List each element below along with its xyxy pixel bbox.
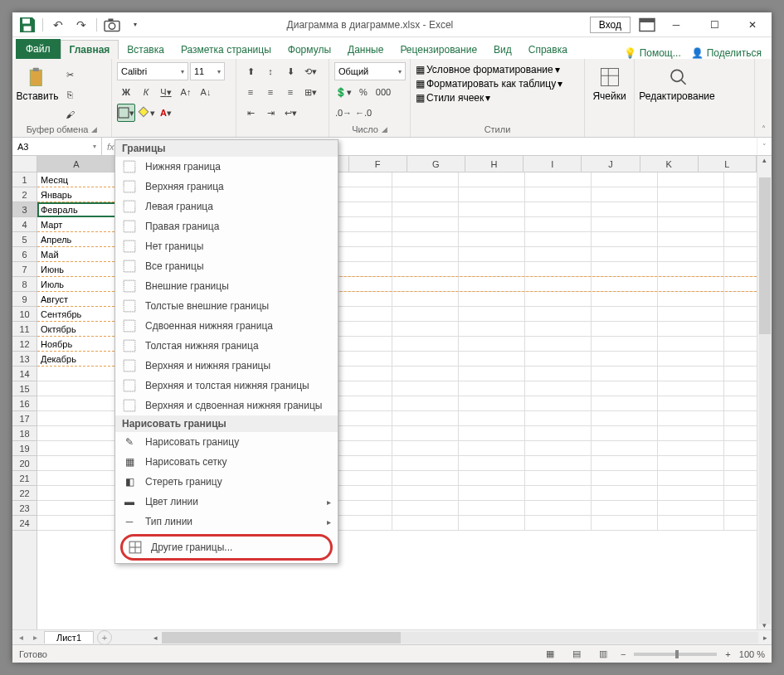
borders-menu-item[interactable]: ✎Нарисовать границу (115, 432, 338, 452)
cell[interactable] (525, 262, 592, 277)
column-header[interactable]: F (349, 156, 407, 172)
cell[interactable] (658, 411, 724, 426)
font-color-button[interactable]: A▾ (157, 104, 175, 122)
cell[interactable] (525, 426, 592, 441)
cell[interactable] (658, 172, 724, 187)
cell[interactable] (658, 202, 724, 217)
cell[interactable]: Сентябрь (37, 307, 127, 322)
cell[interactable] (459, 277, 525, 292)
row-header[interactable]: 19 (12, 441, 37, 456)
tab-insert[interactable]: Вставка (119, 41, 173, 59)
cell[interactable] (525, 516, 592, 531)
cell[interactable] (37, 411, 127, 426)
cell[interactable] (658, 381, 724, 396)
copy-icon[interactable]: ⎘ (61, 85, 79, 104)
borders-menu-item[interactable]: Верхняя и толстая нижняя границы (115, 376, 338, 396)
column-header[interactable]: K (640, 156, 699, 172)
align-center-icon[interactable]: ≡ (261, 83, 280, 101)
borders-menu-item[interactable]: Толстая нижняя граница (115, 336, 338, 356)
row-header[interactable]: 13 (12, 352, 37, 367)
cell[interactable] (459, 262, 525, 277)
row-header[interactable]: 2 (12, 187, 37, 202)
bold-button[interactable]: Ж (117, 83, 135, 101)
paste-button[interactable]: Вставить (17, 62, 57, 102)
decrease-decimal-icon[interactable]: ←.0 (354, 104, 373, 122)
borders-menu-item[interactable]: Верхняя и нижняя границы (115, 356, 338, 376)
cell[interactable] (592, 367, 658, 381)
align-top-icon[interactable]: ⬆ (241, 62, 260, 80)
collapse-ribbon-icon[interactable]: ˄ (755, 59, 772, 137)
normal-view-icon[interactable]: ▦ (541, 647, 559, 662)
row-header[interactable]: 9 (12, 292, 37, 307)
cell[interactable]: Ноябрь (37, 337, 127, 352)
cell[interactable] (658, 337, 724, 352)
cell[interactable] (592, 262, 658, 277)
shrink-font-icon[interactable]: A↓ (197, 83, 215, 101)
borders-menu-item[interactable]: ◧Стереть границу (115, 472, 338, 492)
qat-customize-icon[interactable]: ▾ (125, 15, 145, 35)
tab-review[interactable]: Рецензирование (392, 41, 485, 59)
cell[interactable]: Июль (37, 277, 127, 292)
cell[interactable] (459, 381, 525, 396)
row-header[interactable]: 4 (12, 217, 37, 232)
cell[interactable] (459, 456, 525, 471)
page-layout-view-icon[interactable]: ▤ (567, 647, 586, 662)
row-header[interactable]: 12 (12, 337, 37, 352)
cell[interactable] (392, 381, 459, 396)
align-left-icon[interactable]: ≡ (241, 83, 260, 101)
select-all-corner[interactable] (12, 156, 37, 172)
row-header[interactable]: 5 (12, 232, 37, 247)
cell[interactable] (392, 247, 459, 262)
cell[interactable] (459, 486, 525, 501)
cell[interactable] (592, 411, 658, 426)
name-box[interactable]: A3▾ (12, 138, 102, 155)
cell[interactable] (525, 456, 592, 471)
cell[interactable] (658, 367, 724, 381)
tell-me[interactable]: 💡 Помощ... (624, 47, 681, 59)
cell[interactable] (459, 292, 525, 307)
camera-icon[interactable] (102, 15, 122, 35)
cell[interactable] (658, 486, 724, 501)
cell[interactable] (525, 217, 592, 232)
cell[interactable] (592, 501, 658, 516)
merge-icon[interactable]: ⊞▾ (301, 83, 319, 101)
cell[interactable] (658, 396, 724, 411)
number-format-combo[interactable]: Общий▾ (334, 62, 406, 80)
tab-view[interactable]: Вид (485, 41, 520, 59)
increase-decimal-icon[interactable]: .0→ (334, 104, 353, 122)
cell[interactable] (392, 292, 459, 307)
cell[interactable] (525, 501, 592, 516)
borders-menu-item[interactable]: ▬Цвет линии (115, 492, 338, 512)
cell[interactable] (459, 352, 525, 367)
conditional-formatting-button[interactable]: ▦ Условное форматирование ▾ (416, 64, 560, 75)
horizontal-scrollbar[interactable]: ◂▸ (149, 630, 772, 644)
cell[interactable] (525, 187, 592, 202)
cell[interactable] (592, 441, 658, 456)
borders-menu-item[interactable]: Внешние границы (115, 276, 338, 296)
vertical-scrollbar[interactable]: ▴▾ (757, 156, 772, 629)
close-button[interactable]: ✕ (733, 12, 772, 37)
format-as-table-button[interactable]: ▦ Форматировать как таблицу ▾ (416, 78, 562, 90)
grow-font-icon[interactable]: A↑ (177, 83, 195, 101)
cell[interactable] (658, 232, 724, 247)
cell[interactable] (459, 232, 525, 247)
cut-icon[interactable]: ✂ (61, 66, 79, 84)
zoom-in-icon[interactable]: + (725, 649, 730, 659)
cell[interactable] (592, 292, 658, 307)
cell[interactable] (459, 322, 525, 337)
more-borders-item[interactable]: Другие границы... (123, 537, 330, 558)
borders-menu-item[interactable]: Правая граница (115, 216, 338, 236)
cell[interactable] (658, 501, 724, 516)
cell[interactable] (525, 172, 592, 187)
cell[interactable] (37, 456, 127, 471)
cell[interactable] (392, 337, 459, 352)
cell[interactable]: Апрель (37, 232, 127, 247)
cell[interactable] (459, 247, 525, 262)
cell[interactable]: Месяц (37, 172, 127, 187)
cell[interactable] (592, 232, 658, 247)
column-header[interactable]: J (582, 156, 640, 172)
cell[interactable] (37, 381, 127, 396)
borders-menu-item[interactable]: Левая граница (115, 197, 338, 216)
cell[interactable] (37, 426, 127, 441)
column-header[interactable]: I (523, 156, 582, 172)
